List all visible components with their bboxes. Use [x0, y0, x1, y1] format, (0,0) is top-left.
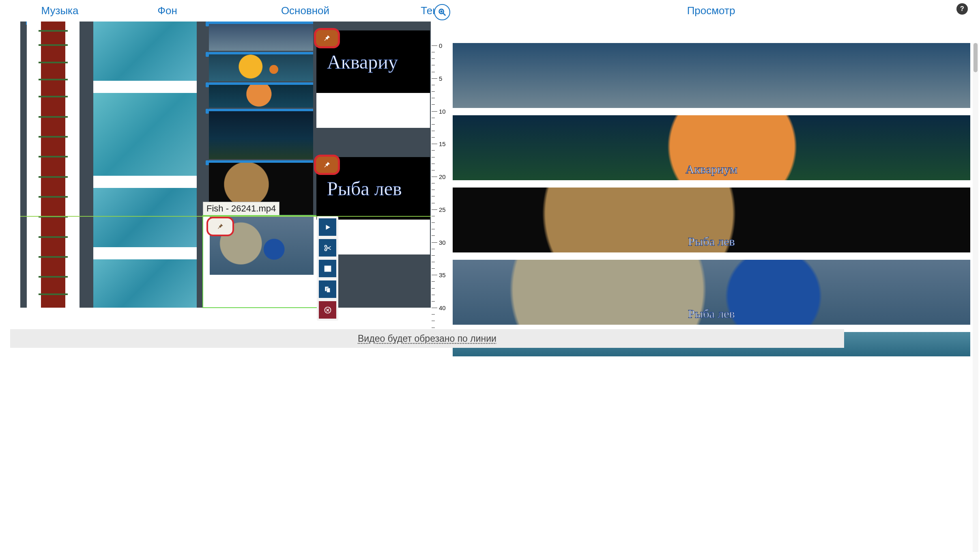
ruler-tick-label: 10 — [439, 108, 446, 114]
main-clip-4[interactable] — [209, 109, 313, 159]
pin-icon — [322, 34, 331, 43]
bg-clip-4[interactable] — [93, 259, 197, 308]
preview-frame-3-label: Рыба лев — [688, 235, 735, 248]
clip-toolbar — [317, 216, 338, 321]
delete-icon — [324, 306, 332, 314]
pin-icon — [322, 160, 331, 169]
audio-waveform[interactable] — [41, 22, 65, 308]
ruler-tick-label: 20 — [439, 173, 446, 180]
header-main: Основной — [254, 4, 357, 17]
vertical-scrollbar[interactable] — [973, 43, 978, 552]
header-background: Фон — [116, 4, 219, 17]
track-music[interactable] — [27, 22, 80, 308]
ruler-tick-label: 15 — [439, 140, 446, 147]
play-button[interactable] — [319, 218, 336, 236]
column-headers: Музыка Фон Основной Текст Просмотр ? — [0, 0, 980, 22]
bg-clip-3[interactable] — [93, 188, 197, 247]
svg-point-9 — [326, 267, 327, 268]
workspace: Fish - 26241.mp4 Аквариу — [0, 22, 980, 552]
footer-message: Видео будет обрезано по линии — [358, 333, 496, 344]
main-clip-2[interactable] — [209, 52, 313, 81]
preview-column: Аквариум Рыба лев Рыба лев — [453, 43, 970, 552]
svg-rect-11 — [327, 288, 330, 292]
help-button[interactable]: ? — [956, 3, 968, 15]
preview-frame-4-label: Рыба лев — [688, 307, 735, 321]
preview-frame-1[interactable] — [453, 43, 970, 108]
header-music: Музыка — [20, 4, 99, 17]
video-editor: Музыка Фон Основной Текст Просмотр ? — [0, 0, 980, 552]
scrollbar-thumb[interactable] — [974, 43, 978, 72]
zoom-in-icon — [438, 8, 447, 17]
ruler-tick-label: 30 — [439, 239, 446, 246]
ruler-tick-label: 35 — [439, 272, 446, 278]
bg-clip-2[interactable] — [93, 93, 197, 176]
ruler-tick-label: 5 — [439, 75, 442, 82]
bg-gap-2 — [93, 176, 197, 188]
pin-annotation-2[interactable] — [314, 155, 340, 175]
bg-gap-3 — [93, 247, 197, 259]
header-preview: Просмотр — [454, 0, 968, 22]
bg-gap-1 — [93, 81, 197, 93]
main-clip-3[interactable] — [209, 82, 313, 108]
bg-clip-1[interactable] — [93, 22, 197, 81]
text-clip-1-label: Аквариу — [327, 51, 398, 73]
track-main[interactable]: Fish - 26241.mp4 — [209, 22, 313, 308]
ruler-tick-label: 0 — [439, 42, 442, 49]
zoom-in-button[interactable] — [434, 4, 450, 20]
preview-frame-2-label: Аквариум — [686, 162, 737, 176]
pin-icon — [216, 222, 224, 231]
ruler-tick-label: 25 — [439, 206, 446, 213]
help-icon: ? — [960, 5, 964, 13]
svg-line-1 — [443, 13, 446, 16]
svg-line-7 — [327, 246, 331, 249]
footer-bar: Видео будет обрезано по линии — [10, 329, 844, 348]
main-clip-selected[interactable] — [202, 215, 320, 308]
text-clip-1[interactable]: Аквариу — [316, 30, 430, 128]
time-ruler[interactable]: 051015202530354043.666 — [432, 43, 450, 335]
delete-button[interactable] — [319, 301, 336, 319]
text-clip-2-label: Рыба лев — [327, 177, 402, 200]
track-background[interactable] — [93, 22, 197, 308]
clip-tooltip: Fish - 26241.mp4 — [203, 202, 279, 216]
cut-button[interactable] — [319, 239, 336, 257]
copy-button[interactable] — [319, 280, 336, 298]
svg-line-6 — [327, 247, 331, 250]
play-icon — [324, 224, 331, 231]
pin-annotation-selected[interactable] — [206, 217, 234, 236]
pin-annotation-1[interactable] — [314, 28, 340, 48]
image-button[interactable] — [319, 260, 336, 277]
preview-frame-4[interactable]: Рыба лев — [453, 260, 970, 325]
scissors-icon — [324, 244, 332, 252]
main-clip-1[interactable] — [209, 22, 313, 51]
playhead[interactable] — [20, 216, 431, 217]
copy-icon — [324, 285, 332, 293]
image-icon — [324, 265, 332, 273]
timeline-tracks[interactable]: Fish - 26241.mp4 Аквариу — [20, 22, 431, 308]
preview-frame-2[interactable]: Аквариум — [453, 115, 970, 180]
ruler-tick-label: 40 — [439, 304, 446, 311]
preview-frame-3[interactable]: Рыба лев — [453, 188, 970, 252]
